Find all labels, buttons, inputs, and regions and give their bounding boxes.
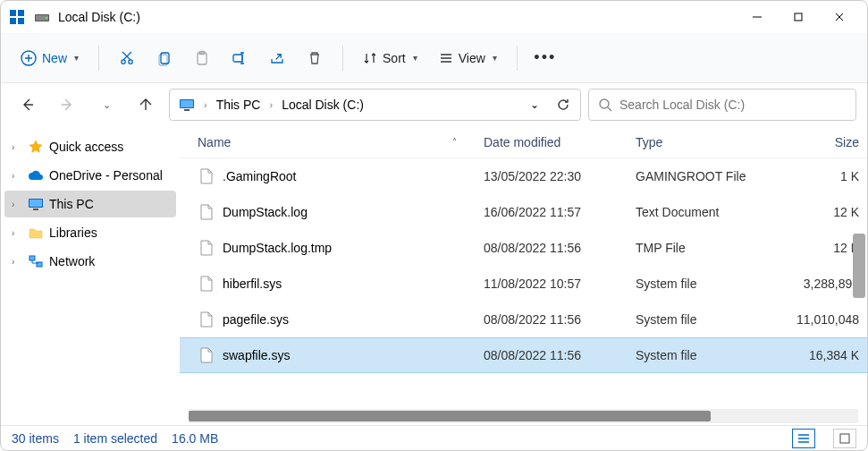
file-name: swapfile.sys	[223, 348, 484, 362]
arrow-right-icon	[60, 98, 74, 112]
svg-rect-35	[29, 200, 42, 207]
rename-icon	[232, 50, 248, 66]
file-name: pagefile.sys	[223, 312, 484, 327]
column-size[interactable]: Size	[779, 135, 859, 149]
paste-button[interactable]	[185, 43, 219, 73]
sort-button[interactable]: Sort ▾	[354, 44, 426, 72]
scrollbar-thumb[interactable]	[189, 411, 711, 421]
sidebar-item-label: Network	[49, 254, 169, 268]
file-icon	[198, 239, 215, 257]
file-size: 12 K	[779, 241, 859, 255]
file-name: .GamingRoot	[223, 169, 484, 183]
pc-icon	[179, 98, 195, 111]
recent-button[interactable]: ⌄	[90, 89, 122, 121]
maximize-button[interactable]	[778, 3, 819, 31]
sidebar-item-libraries[interactable]: ›Libraries	[4, 219, 176, 246]
separator	[342, 46, 343, 71]
status-selection-size: 16.0 MB	[172, 431, 218, 446]
new-button[interactable]: New ▾	[12, 43, 88, 73]
file-date: 08/08/2022 11:56	[484, 312, 636, 327]
column-type[interactable]: Type	[636, 135, 779, 149]
breadcrumb-root[interactable]	[173, 95, 200, 115]
file-date: 13/05/2022 22:30	[484, 169, 636, 183]
new-label: New	[42, 51, 67, 65]
file-row[interactable]: DumpStack.log.tmp08/08/2022 11:56TMP Fil…	[180, 230, 867, 266]
window-title: Local Disk (C:)	[58, 10, 140, 24]
close-button[interactable]	[819, 3, 860, 31]
file-type: Text Document	[636, 205, 779, 219]
rename-button[interactable]	[223, 43, 257, 73]
thumbnails-view-button[interactable]	[833, 429, 856, 448]
column-name-label: Name	[198, 135, 231, 149]
details-view-button[interactable]	[792, 429, 815, 448]
sidebar-item-this-pc[interactable]: ›This PC	[4, 191, 176, 217]
file-date: 11/08/2022 10:57	[484, 277, 636, 291]
vertical-scrollbar-thumb[interactable]	[853, 234, 865, 298]
file-row[interactable]: hiberfil.sys11/08/2022 10:57System file3…	[180, 266, 867, 302]
cut-button[interactable]	[110, 43, 144, 73]
minimize-button[interactable]	[737, 3, 778, 31]
chevron-right-icon[interactable]: ›	[12, 228, 22, 238]
refresh-button[interactable]	[550, 91, 577, 118]
file-date: 16/06/2022 11:57	[484, 205, 636, 219]
column-date[interactable]: Date modified	[484, 135, 636, 149]
sidebar-item-label: Libraries	[49, 226, 169, 240]
sidebar-item-quick-access[interactable]: ›Quick access	[4, 133, 176, 160]
view-label: View	[459, 51, 485, 65]
sort-label: Sort	[383, 51, 406, 65]
forward-button[interactable]	[51, 89, 83, 121]
horizontal-scrollbar[interactable]	[189, 409, 858, 423]
address-bar[interactable]: › This PC › Local Disk (C:) ⌄	[169, 89, 581, 121]
share-icon	[269, 50, 285, 66]
column-name[interactable]: Name ˄	[198, 135, 484, 149]
breadcrumb-local-disk[interactable]: Local Disk (C:)	[276, 94, 369, 115]
pc-icon	[28, 196, 44, 212]
file-icon	[198, 311, 215, 328]
chevron-right-icon[interactable]: ›	[12, 200, 22, 209]
sidebar-item-onedrive-personal[interactable]: ›OneDrive - Personal	[4, 162, 176, 189]
back-button[interactable]	[12, 89, 44, 121]
scissors-icon	[119, 50, 135, 66]
file-date: 08/08/2022 11:56	[484, 241, 636, 255]
file-row[interactable]: DumpStack.log16/06/2022 11:57Text Docume…	[180, 194, 867, 230]
file-row[interactable]: swapfile.sys08/08/2022 11:56System file1…	[180, 337, 867, 373]
copy-button[interactable]	[147, 43, 181, 73]
sidebar-item-label: OneDrive - Personal	[49, 168, 169, 183]
chevron-right-icon[interactable]: ›	[12, 171, 22, 181]
sidebar-item-label: Quick access	[49, 140, 169, 154]
breadcrumb-this-pc[interactable]: This PC	[211, 94, 266, 115]
chevron-down-icon: ▾	[413, 53, 417, 63]
chevron-right-icon[interactable]: ›	[267, 99, 274, 110]
network-icon	[28, 253, 44, 269]
column-date-label: Date modified	[484, 135, 560, 149]
chevron-right-icon[interactable]: ›	[12, 142, 22, 152]
main-area: ›Quick access›OneDrive - Personal›This P…	[1, 126, 867, 425]
delete-button[interactable]	[298, 43, 332, 73]
search-input[interactable]	[619, 98, 847, 112]
sidebar-item-network[interactable]: ›Network	[4, 248, 176, 275]
up-button[interactable]	[130, 89, 162, 121]
share-button[interactable]	[260, 43, 294, 73]
view-button[interactable]: View ▾	[430, 44, 506, 72]
file-row[interactable]: pagefile.sys08/08/2022 11:56System file1…	[180, 302, 867, 337]
sidebar-item-label: This PC	[49, 197, 169, 211]
chevron-right-icon[interactable]: ›	[12, 257, 22, 267]
chevron-right-icon[interactable]: ›	[202, 99, 209, 110]
file-row[interactable]: .GamingRoot13/05/2022 22:30GAMINGROOT Fi…	[180, 158, 867, 194]
copy-icon	[156, 50, 173, 66]
address-dropdown-button[interactable]: ⌄	[521, 91, 548, 118]
file-size: 11,010,048	[779, 312, 859, 327]
svg-rect-42	[840, 434, 849, 443]
titlebar: Local Disk (C:)	[1, 1, 867, 33]
navigation-row: ⌄ › This PC › Local Disk (C:) ⌄	[1, 83, 867, 126]
column-size-label: Size	[835, 135, 859, 149]
app-icon	[8, 8, 26, 26]
svg-rect-1	[18, 10, 24, 16]
file-list[interactable]: .GamingRoot13/05/2022 22:30GAMINGROOT Fi…	[180, 158, 867, 409]
svg-rect-36	[33, 208, 38, 210]
chevron-down-icon: ▾	[493, 53, 497, 63]
more-button[interactable]: •••	[528, 41, 562, 74]
toolbar: New ▾ Sort ▾ View ▾ •••	[1, 33, 867, 83]
search-box[interactable]	[588, 89, 856, 121]
drive-icon	[33, 8, 51, 26]
